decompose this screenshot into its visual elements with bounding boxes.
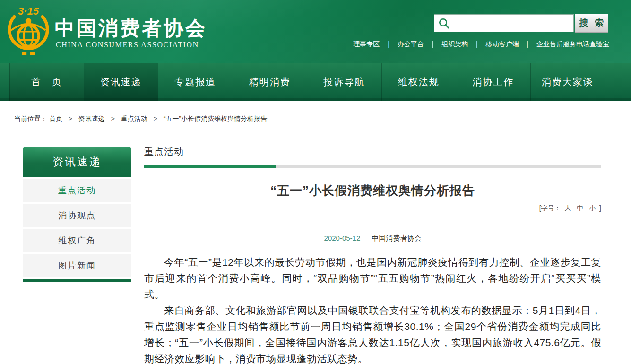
breadcrumb: 当前位置： 首页 > 资讯速递 > 重点活动 > “五一”小长假消费维权舆情分析… [14,115,267,123]
fontsize-prefix: [字号： [539,204,561,212]
cca-315-logo-icon: 3·15 [6,4,51,58]
nav-tab-rights-laws[interactable]: 维权法规 [382,63,457,101]
svg-text:3·15: 3·15 [18,5,39,17]
sidebar: 资讯速递 重点活动 消协观点 维权广角 图片新闻 [23,147,131,282]
search-input[interactable] [434,15,573,32]
article-date: 2020-05-12 [324,234,361,242]
page: 3·15 中国消费者协会 CHINA CONSUMERS ASSOCIATION [0,0,631,364]
site-title: 中国消费者协会 [55,15,207,42]
article-content: 重点活动 “五一”小长假消费维权舆情分析报告 [字号： 大 中 小 ] 2020… [144,146,601,364]
nav-tab-smart-consumption[interactable]: 精明消费 [233,63,308,101]
nav-tab-home[interactable]: 首 页 [9,63,84,101]
nav-tab-news[interactable]: 资讯速递 [84,63,159,101]
quick-link-office[interactable]: 办公平台 [398,40,424,48]
section-rule [144,165,601,168]
sidebar-item-key-activities[interactable]: 重点活动 [23,179,131,202]
fontsize-controls: [字号： 大 中 小 ] [144,204,601,213]
quick-link-mobile[interactable]: 移动客户端 [486,40,519,48]
quick-link-separator: | [476,40,478,48]
quick-link-separator: | [388,40,389,48]
nav-tab-special-reports[interactable]: 专题报道 [158,63,233,101]
site-subtitle: CHINA CONSUMERS ASSOCIATION [56,41,199,49]
quick-link-separator: | [527,40,528,48]
nav-tab-consumer-talk[interactable]: 消费大家谈 [531,63,605,101]
site-header: 3·15 中国消费者协会 CHINA CONSUMERS ASSOCIATION [0,0,631,63]
quick-link-separator: | [432,40,434,48]
header-quick-links: 理事专区 | 办公平台 | 组织架构 | 移动客户端 | 企业售后服务电话查验宝 [353,40,609,49]
sidebar-item-photo-news[interactable]: 图片新闻 [23,254,131,277]
main-nav: 首 页 资讯速递 专题报道 精明消费 投诉导航 维权法规 消协工作 消费大家谈 [0,63,631,101]
article-body: 今年“五一”是12年以来的最长劳动节假期，也是国内新冠肺炎疫情得到有力控制、企业… [144,254,601,364]
article-meta: 2020-05-12 中国消费者协会 [144,234,601,243]
quick-link-members[interactable]: 理事专区 [353,40,380,48]
breadcrumb-current-article: “五一”小长假消费维权舆情分析报告 [164,115,267,122]
breadcrumb-key-activities[interactable]: 重点活动 [121,115,147,122]
fontsize-small-button[interactable]: 小 [589,204,596,212]
sidebar-item-rights-wide-angle[interactable]: 维权广角 [23,229,131,252]
breadcrumb-separator: > [69,115,72,122]
section-title: 重点活动 [144,146,601,158]
breadcrumb-separator: > [154,115,157,122]
breadcrumb-separator: > [111,115,115,122]
breadcrumb-news[interactable]: 资讯速递 [78,115,105,122]
nav-tab-association-work[interactable]: 消协工作 [456,63,531,101]
sidebar-title: 资讯速递 [23,147,131,177]
fontsize-suffix: ] [599,204,601,212]
search-box[interactable] [434,14,574,32]
fontsize-medium-button[interactable]: 中 [577,204,583,212]
sidebar-item-association-views[interactable]: 消协观点 [23,204,131,227]
nav-tab-complaint-guide[interactable]: 投诉导航 [307,63,382,101]
breadcrumb-label: 当前位置： [14,115,47,122]
breadcrumb-home[interactable]: 首页 [49,115,62,122]
search-button[interactable]: 搜 索 [575,14,608,33]
article-title: “五一”小长假消费维权舆情分析报告 [144,182,601,199]
article-paragraph: 来自商务部、文化和旅游部官网以及中国银联联合支付宝等机构发布的数据显示：5月1日… [144,303,601,364]
article-source: 中国消费者协会 [372,234,421,242]
quick-link-aftersale[interactable]: 企业售后服务电话查验宝 [536,40,609,48]
fontsize-large-button[interactable]: 大 [564,204,571,212]
sidebar-bottom-bar [23,279,131,282]
article-paragraph: 今年“五一”是12年以来的最长劳动节假期，也是国内新冠肺炎疫情得到有力控制、企业… [144,254,601,303]
quick-link-structure[interactable]: 组织架构 [441,40,468,48]
title-divider [144,219,601,219]
